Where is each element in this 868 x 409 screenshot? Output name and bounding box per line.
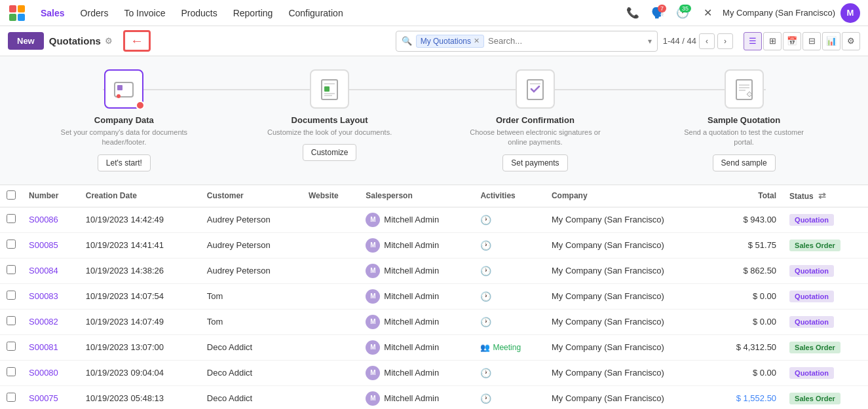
step-btn-order[interactable]: Set payments	[502, 154, 567, 171]
status-cell: Sales Order	[783, 385, 868, 409]
row-checkbox-7[interactable]	[7, 393, 16, 402]
app-logo	[8, 4, 26, 22]
customer-cell: Deco Addict	[200, 360, 302, 385]
salesperson-avatar: M	[366, 264, 380, 278]
order-number-S00086[interactable]: S00086	[29, 215, 58, 224]
new-button[interactable]: New	[8, 32, 44, 50]
grid-view-btn[interactable]: ⊟	[802, 32, 821, 50]
meeting-label: Meeting	[493, 343, 521, 352]
status-cell: Quotation	[783, 360, 868, 385]
settings-view-btn[interactable]: ⚙	[842, 32, 860, 50]
activity-clock-icon[interactable]: 🕐	[480, 393, 491, 404]
salesperson-avatar: M	[366, 340, 380, 355]
search-icon: 🔍	[402, 36, 412, 46]
col-website: Website	[302, 185, 359, 207]
svg-rect-0	[9, 5, 16, 12]
customer-cell: Tom	[200, 309, 302, 334]
table-row: S00083 10/19/2023 14:07:54 Tom M Mitchel…	[0, 283, 868, 309]
row-checkbox-1[interactable]	[7, 240, 16, 249]
svg-point-6	[117, 94, 121, 98]
calendar-view-btn[interactable]: 📅	[783, 32, 801, 50]
table-refresh-icon[interactable]: ⇄	[818, 190, 826, 201]
row-checkbox-2[interactable]	[7, 265, 16, 274]
search-dropdown-icon[interactable]: ▾	[648, 37, 652, 46]
kanban-view-btn[interactable]: ⊞	[763, 32, 782, 50]
company-cell: My Company (San Francisco)	[545, 207, 712, 232]
order-number-S00080[interactable]: S00080	[29, 368, 58, 378]
quotations-table-area: Number Creation Date Customer Website Sa…	[0, 185, 868, 409]
order-number-S00075[interactable]: S00075	[29, 393, 58, 403]
phone-icon-btn[interactable]: 📞	[623, 3, 643, 23]
order-number-S00081[interactable]: S00081	[29, 342, 58, 352]
list-view-btn[interactable]: ☰	[744, 32, 762, 50]
order-number-S00085[interactable]: S00085	[29, 240, 58, 250]
step-desc-company: Set your company's data for documents he…	[58, 128, 189, 148]
status-badge-3: Quotation	[789, 291, 834, 302]
salesperson-avatar: M	[366, 289, 380, 304]
salesperson-name: Mitchell Admin	[384, 240, 439, 250]
close-btn[interactable]: ✕	[698, 3, 717, 23]
nav-reporting[interactable]: Reporting	[227, 4, 280, 22]
row-checkbox-0[interactable]	[7, 214, 16, 223]
total-cell: $ 1,552.50	[712, 385, 783, 409]
activity-clock-icon[interactable]: 🕐	[480, 317, 491, 327]
filter-tag-remove-icon[interactable]: ✕	[474, 37, 480, 45]
salesperson-name: Mitchell Admin	[384, 215, 439, 224]
activity-clock-icon[interactable]: 🕐	[480, 266, 491, 276]
step-icon-documents	[310, 69, 349, 109]
search-input[interactable]	[488, 36, 644, 46]
activity-clock-icon[interactable]: 🕐	[480, 368, 491, 378]
nav-configuration[interactable]: Configuration	[282, 4, 349, 22]
row-checkbox-5[interactable]	[7, 342, 16, 351]
svg-rect-1	[18, 5, 25, 12]
filter-tag-my-quotations[interactable]: My Quotations ✕	[416, 35, 484, 48]
salesperson-cell: M Mitchell Admin	[359, 334, 474, 360]
row-checkbox-4[interactable]	[7, 316, 16, 325]
status-badge-2: Quotation	[789, 265, 834, 277]
svg-rect-8	[324, 86, 330, 92]
salesperson-cell: M Mitchell Admin	[359, 207, 474, 232]
user-avatar[interactable]: M	[840, 3, 860, 23]
chart-view-btn[interactable]: 📊	[822, 32, 840, 50]
svg-rect-3	[18, 14, 25, 21]
total-cell: $ 4,312.50	[712, 334, 783, 360]
company-cell: My Company (San Francisco)	[545, 232, 712, 258]
order-number-S00082[interactable]: S00082	[29, 317, 58, 327]
activity-clock-icon[interactable]: 🕐	[480, 215, 491, 225]
nav-sales[interactable]: Sales	[34, 4, 71, 22]
step-desc-sample: Send a quotation to test the customer po…	[679, 128, 810, 148]
activity-cell: 🕐	[474, 309, 545, 334]
company-cell: My Company (San Francisco)	[545, 385, 712, 409]
next-page-btn[interactable]: ›	[717, 33, 733, 49]
status-badge-4: Quotation	[789, 316, 834, 328]
order-number-S00083[interactable]: S00083	[29, 291, 58, 301]
status-badge-1: Sales Order	[789, 240, 840, 251]
customer-cell: Tom	[200, 283, 302, 309]
col-number: Number	[22, 185, 79, 207]
step-desc-documents: Customize the look of your documents.	[267, 128, 392, 137]
row-checkbox-3[interactable]	[7, 291, 16, 300]
settings-gear-icon[interactable]: ⚙	[105, 36, 113, 46]
prev-page-btn[interactable]: ‹	[699, 33, 715, 49]
step-btn-sample[interactable]: Send sample	[713, 154, 776, 171]
nav-to-invoice[interactable]: To Invoice	[117, 4, 172, 22]
quotations-table: Number Creation Date Customer Website Sa…	[0, 185, 868, 409]
activity-clock-icon[interactable]: 🕐	[480, 291, 491, 302]
creation-date-cell: 10/19/2023 13:07:00	[79, 334, 200, 360]
activity-meeting[interactable]: 👥 Meeting	[480, 343, 538, 352]
table-row: S00080 10/19/2023 09:04:04 Deco Addict M…	[0, 360, 868, 385]
step-btn-company[interactable]: Let's start!	[98, 154, 151, 171]
order-number-S00084[interactable]: S00084	[29, 266, 58, 276]
activity-btn[interactable]: 🗣️ 7	[648, 3, 668, 23]
nav-orders[interactable]: Orders	[74, 4, 115, 22]
row-checkbox-6[interactable]	[7, 367, 16, 376]
nav-products[interactable]: Products	[174, 4, 223, 22]
activity-cell: 🕐	[474, 360, 545, 385]
step-icon-company	[104, 69, 143, 109]
salesperson-cell: M Mitchell Admin	[359, 309, 474, 334]
activity-clock-icon[interactable]: 🕐	[480, 240, 491, 251]
select-all-checkbox[interactable]	[7, 190, 16, 200]
creation-date-cell: 10/19/2023 14:07:54	[79, 283, 200, 309]
step-btn-documents[interactable]: Customize	[303, 144, 357, 161]
clock-btn[interactable]: 🕐 35	[673, 3, 692, 23]
